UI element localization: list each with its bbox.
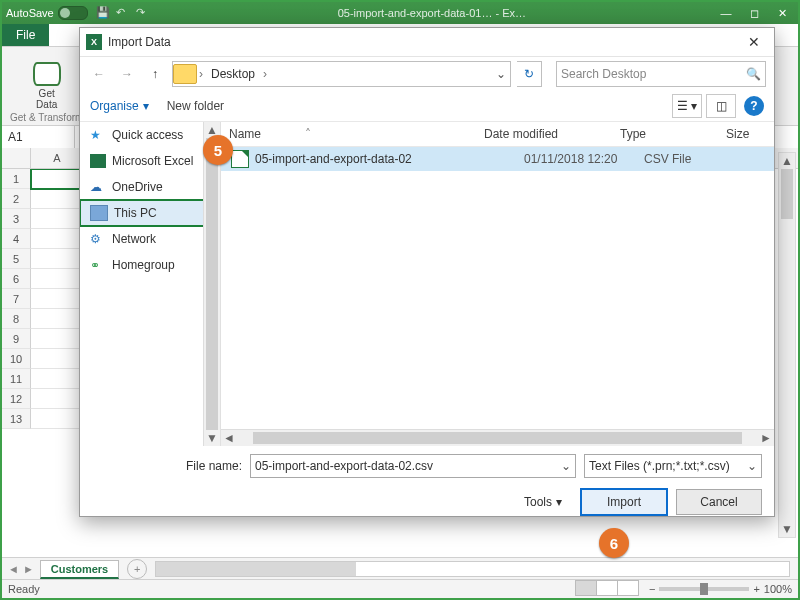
monitor-icon [90, 205, 108, 221]
cell[interactable] [31, 249, 84, 269]
ribbon-group-label: Get & Transform [10, 112, 83, 123]
cell[interactable] [31, 169, 84, 189]
cell[interactable] [31, 329, 84, 349]
row-header[interactable]: 13 [2, 409, 31, 429]
row-header[interactable]: 4 [2, 229, 31, 249]
new-folder-button[interactable]: New folder [167, 99, 224, 113]
chevron-down-icon[interactable]: ⌄ [561, 459, 571, 473]
scroll-down-icon[interactable]: ▼ [204, 430, 220, 446]
excel-titlebar: AutoSave 💾 ↶ ↷ 05-import-and-export-data… [2, 2, 798, 24]
maximize-icon[interactable]: ◻ [742, 4, 766, 22]
row-header[interactable]: 3 [2, 209, 31, 229]
name-box[interactable]: A1 [2, 126, 75, 148]
nav-forward-button[interactable]: → [116, 63, 138, 85]
nav-up-button[interactable]: ↑ [144, 63, 166, 85]
nav-homegroup[interactable]: ⚭Homegroup [80, 252, 220, 278]
scroll-up-icon[interactable]: ▲ [779, 153, 795, 169]
column-header-date[interactable]: Date modified [476, 127, 612, 141]
cell[interactable] [31, 269, 84, 289]
filetype-select[interactable]: Text Files (*.prn;*.txt;*.csv)⌄ [584, 454, 762, 478]
close-icon[interactable]: ✕ [770, 4, 794, 22]
cell[interactable] [31, 229, 84, 249]
callout-5: 5 [203, 135, 233, 165]
tools-menu[interactable]: Tools▾ [524, 495, 562, 509]
folder-icon [173, 64, 197, 84]
chevron-down-icon[interactable]: ⌄ [492, 67, 510, 81]
row-header[interactable]: 9 [2, 329, 31, 349]
help-button[interactable]: ? [744, 96, 764, 116]
cell[interactable] [31, 369, 84, 389]
undo-icon[interactable]: ↶ [116, 6, 130, 20]
zoom-level[interactable]: 100% [764, 583, 792, 595]
filename-input[interactable]: 05-import-and-export-data-02.csv⌄ [250, 454, 576, 478]
view-buttons[interactable] [576, 580, 639, 598]
nav-quick-access[interactable]: ★Quick access [80, 122, 220, 148]
nav-onedrive[interactable]: ☁OneDrive [80, 174, 220, 200]
nav-network[interactable]: ⚙Network [80, 226, 220, 252]
scroll-down-icon[interactable]: ▼ [779, 521, 795, 537]
zoom-slider[interactable] [659, 587, 749, 591]
cell[interactable] [31, 289, 84, 309]
cell[interactable] [31, 349, 84, 369]
autosave-label: AutoSave [6, 7, 54, 19]
minimize-icon[interactable]: — [714, 4, 738, 22]
dialog-close-button[interactable]: ✕ [740, 31, 768, 53]
scroll-thumb[interactable] [253, 432, 742, 444]
nav-this-pc[interactable]: This PC [80, 200, 220, 226]
organise-menu[interactable]: Organise▾ [90, 99, 149, 113]
row-header[interactable]: 12 [2, 389, 31, 409]
cell[interactable] [31, 209, 84, 229]
scroll-left-icon[interactable]: ◄ [221, 431, 237, 445]
row-header[interactable]: 8 [2, 309, 31, 329]
excel-icon: X [86, 34, 102, 50]
cell[interactable] [31, 309, 84, 329]
view-mode-button[interactable]: ☰ ▾ [672, 94, 702, 118]
row-header[interactable]: 1 [2, 169, 31, 189]
search-input[interactable]: Search Desktop 🔍 [556, 61, 766, 87]
scroll-right-icon[interactable]: ► [758, 431, 774, 445]
refresh-button[interactable]: ↻ [517, 61, 542, 87]
zoom-out-icon[interactable]: − [649, 583, 655, 595]
get-data-button[interactable]: Get Data [33, 62, 61, 110]
row-header[interactable]: 11 [2, 369, 31, 389]
nav-back-button[interactable]: ← [88, 63, 110, 85]
cell[interactable] [31, 389, 84, 409]
preview-pane-button[interactable]: ◫ [706, 94, 736, 118]
row-header[interactable]: 2 [2, 189, 31, 209]
nav-microsoft-excel[interactable]: Microsoft Excel [80, 148, 220, 174]
navpane-scrollbar[interactable]: ▲ ▼ [203, 122, 220, 446]
cancel-button[interactable]: Cancel [676, 489, 762, 515]
vertical-scrollbar[interactable]: ▲ ▼ [778, 152, 796, 538]
row-header[interactable]: 7 [2, 289, 31, 309]
chevron-right-icon[interactable]: › [197, 67, 205, 81]
col-header[interactable]: A [31, 148, 84, 168]
breadcrumb-segment[interactable]: Desktop [205, 67, 261, 81]
horizontal-scrollbar[interactable] [155, 561, 790, 577]
filelist-hscrollbar[interactable]: ◄ ► [221, 429, 774, 446]
sheet-nav-next-icon[interactable]: ► [23, 563, 34, 575]
column-header-size[interactable]: Size [718, 127, 774, 141]
new-sheet-button[interactable]: + [127, 559, 147, 579]
sheet-tab-customers[interactable]: Customers [40, 560, 119, 579]
scroll-thumb[interactable] [206, 138, 218, 430]
row-header[interactable]: 10 [2, 349, 31, 369]
scroll-thumb[interactable] [781, 169, 793, 219]
chevron-right-icon[interactable]: › [261, 67, 269, 81]
address-bar[interactable]: › Desktop › ⌄ [172, 61, 511, 87]
cell[interactable] [31, 409, 84, 429]
autosave-toggle[interactable] [58, 6, 88, 20]
column-header-name[interactable]: Name ˄ [221, 127, 476, 141]
row-header[interactable]: 5 [2, 249, 31, 269]
import-button[interactable]: Import [580, 488, 668, 516]
chevron-down-icon[interactable]: ⌄ [747, 459, 757, 473]
cell[interactable] [31, 189, 84, 209]
file-row[interactable]: 05-import-and-export-data-02 01/11/2018 … [221, 147, 774, 171]
save-icon[interactable]: 💾 [96, 6, 110, 20]
redo-icon[interactable]: ↷ [136, 6, 150, 20]
row-header[interactable]: 6 [2, 269, 31, 289]
sheet-nav-prev-icon[interactable]: ◄ [8, 563, 19, 575]
column-header-type[interactable]: Type [612, 127, 718, 141]
zoom-in-icon[interactable]: + [753, 583, 759, 595]
select-all-corner[interactable] [2, 148, 31, 168]
file-tab[interactable]: File [2, 24, 49, 46]
